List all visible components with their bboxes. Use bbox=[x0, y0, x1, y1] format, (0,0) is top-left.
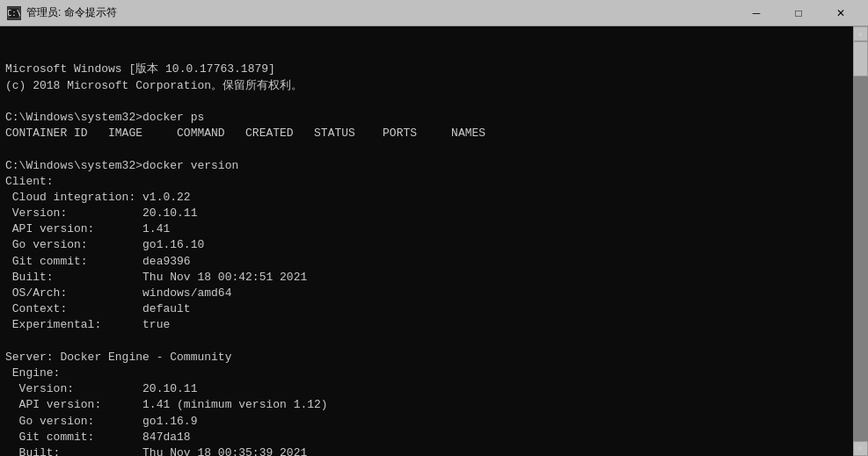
minimize-button[interactable]: ─ bbox=[736, 0, 777, 26]
terminal-line: CONTAINER ID IMAGE COMMAND CREATED STATU… bbox=[5, 126, 863, 141]
terminal-line: Server: Docker Engine - Community bbox=[5, 350, 863, 366]
maximize-button[interactable]: □ bbox=[778, 0, 819, 26]
scrollbar-up[interactable]: ▲ bbox=[853, 26, 868, 41]
terminal-line: (c) 2018 Microsoft Corporation。保留所有权利。 bbox=[5, 78, 863, 94]
terminal-line: API version: 1.41 (minimum version 1.12) bbox=[5, 397, 863, 413]
terminal-line: Client: bbox=[5, 174, 863, 190]
terminal-line: Built: Thu Nov 18 00:42:51 2021 bbox=[5, 270, 863, 286]
titlebar: C:\ 管理员: 命令提示符 ─ □ ✕ bbox=[0, 0, 868, 26]
window-title: 管理员: 命令提示符 bbox=[26, 5, 117, 20]
terminal-line: Engine: bbox=[5, 366, 863, 381]
scrollbar-down[interactable]: ▼ bbox=[853, 441, 868, 456]
window-controls: ─ □ ✕ bbox=[736, 0, 861, 26]
terminal-line bbox=[5, 94, 863, 110]
svg-text:C:\: C:\ bbox=[8, 9, 20, 18]
terminal-line bbox=[5, 334, 863, 350]
terminal-line: OS/Arch: windows/amd64 bbox=[5, 286, 863, 301]
scrollbar-track bbox=[853, 41, 868, 441]
scrollbar[interactable]: ▲ ▼ bbox=[853, 26, 868, 456]
terminal-output: Microsoft Windows [版本 10.0.17763.1879](c… bbox=[5, 30, 863, 456]
terminal-line: C:\Windows\system32>docker ps bbox=[5, 110, 863, 126]
terminal-line: Go version: go1.16.9 bbox=[5, 414, 863, 430]
terminal-line bbox=[5, 141, 863, 157]
terminal-line: Version: 20.10.11 bbox=[5, 381, 863, 397]
terminal-line: C:\Windows\system32>docker version bbox=[5, 158, 863, 174]
terminal-line: Microsoft Windows [版本 10.0.17763.1879] bbox=[5, 62, 863, 77]
close-button[interactable]: ✕ bbox=[821, 0, 861, 26]
terminal-line: Context: default bbox=[5, 301, 863, 317]
scrollbar-thumb[interactable] bbox=[853, 41, 868, 76]
terminal-line: Built: Thu Nov 18 00:35:39 2021 bbox=[5, 445, 863, 456]
terminal-line: Git commit: 847da18 bbox=[5, 430, 863, 445]
app-icon: C:\ bbox=[7, 6, 21, 20]
titlebar-left: C:\ 管理员: 命令提示符 bbox=[7, 5, 117, 20]
terminal-line: Go version: go1.16.10 bbox=[5, 237, 863, 253]
terminal-line: Git commit: dea9396 bbox=[5, 254, 863, 270]
terminal-line: Version: 20.10.11 bbox=[5, 206, 863, 221]
terminal-window: Microsoft Windows [版本 10.0.17763.1879](c… bbox=[0, 26, 868, 456]
terminal-line: API version: 1.41 bbox=[5, 221, 863, 237]
terminal-line: Cloud integration: v1.0.22 bbox=[5, 190, 863, 206]
terminal-line: Experimental: true bbox=[5, 317, 863, 333]
